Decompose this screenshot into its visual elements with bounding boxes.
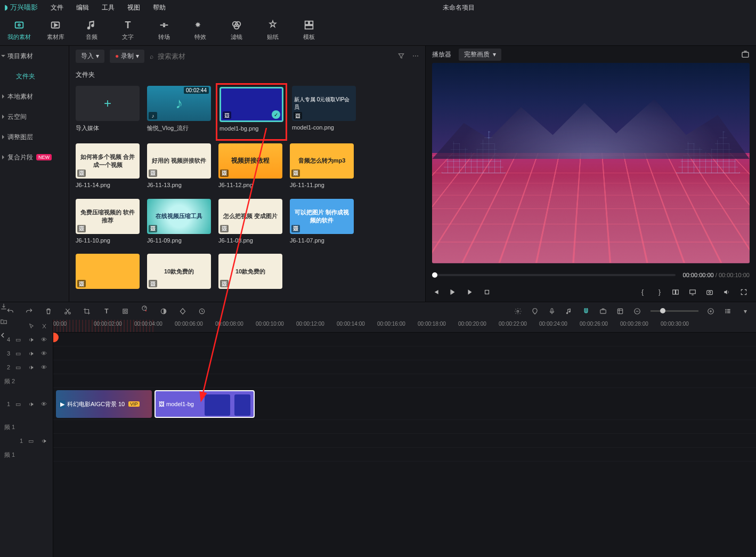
sidebar-item-cloud[interactable]: 云空间 [0,107,69,127]
view-mode-icon[interactable] [724,308,733,315]
volume-icon[interactable] [723,288,733,296]
timeline-clip-image[interactable]: 🖼model1-bg [155,390,255,418]
media-card[interactable]: 10款免费的🖼 [218,254,282,297]
crop-icon[interactable] [83,308,92,315]
tab-effects[interactable]: 特效 [188,19,213,41]
menu-file[interactable]: 文件 [51,3,63,12]
mute-icon[interactable]: 🕩 [28,401,36,407]
audio-mixer-icon[interactable] [565,308,574,315]
text-tool-icon[interactable]: T [102,308,111,315]
media-card[interactable]: 如何将多个视频 合并成一个视频🖼J6-11-14.png [76,143,140,193]
tab-transition[interactable]: 转场 [151,19,177,41]
color-icon[interactable] [160,308,168,315]
tab-templates[interactable]: 模板 [296,19,322,41]
speed-icon[interactable]: • [141,304,149,319]
marker-tool-icon[interactable] [198,308,207,315]
sidebar-item-folder[interactable]: 文件夹 [0,66,69,86]
visibility-icon[interactable]: 👁 [41,364,48,370]
media-card[interactable]: 好用的 视频拼接软件🖼J6-11-13.png [147,143,211,193]
timeline-body[interactable]: 00:0000:00:02:0000:00:04:0000:00:06:0000… [53,320,756,557]
media-card[interactable]: 🖼✓model1-bg.png [218,86,284,138]
marker-icon[interactable] [531,308,540,315]
mute-icon[interactable]: 🕩 [28,350,36,357]
brace-close-icon[interactable]: } [655,288,664,296]
tab-audio[interactable]: 音频 [79,19,104,41]
ruler-tick: 00:00:04:00 [134,321,162,327]
magnet-icon[interactable] [582,308,591,315]
media-card[interactable]: 🖼 [76,254,140,297]
media-card[interactable]: 可以把图片 制作成视频的软件🖼J6-11-07.png [290,199,354,249]
tab-my-media[interactable]: 我的素材 [6,19,32,41]
sidebar-item-adjustment[interactable]: 调整图层 [0,127,69,147]
render-icon[interactable] [616,308,625,315]
svg-rect-26 [551,308,553,311]
play-button[interactable] [449,288,459,296]
zoom-in-icon[interactable] [707,308,716,315]
import-dropdown[interactable]: 导入 ▾ [76,50,104,63]
timeline-clip-video[interactable]: ▶科幻电影AIGC背景 10VIP [56,390,152,418]
lock-icon[interactable]: ▭ [15,364,23,371]
media-card[interactable]: 怎么把视频 变成图片🖼J6-11-08.png [218,199,282,249]
link-icon[interactable] [599,308,608,315]
settings-icon[interactable]: ▾ [741,308,750,315]
svg-rect-28 [617,309,622,313]
preview-canvas[interactable] [432,63,750,263]
play-forward-button[interactable] [466,288,476,296]
filter-icon[interactable] [397,52,405,60]
brace-open-icon[interactable]: { [638,288,647,296]
media-card[interactable]: 音频怎么转为mp3🖼J6-11-11.png [290,143,354,193]
app-logo: ◗ 万兴喵影 [4,3,38,12]
sidebar-item-local[interactable]: 本地素材 [0,86,69,107]
timeline-ruler[interactable]: 00:0000:00:02:0000:00:04:0000:00:06:0000… [53,320,756,333]
media-card[interactable]: 00:02:44♪愉悦_Vlog_流行 [147,86,211,138]
prev-frame-button[interactable] [432,288,442,296]
snapshot-icon[interactable] [706,288,716,296]
lock-icon[interactable]: ▭ [15,350,23,357]
tab-filters[interactable]: 滤镜 [224,19,249,41]
menu-edit[interactable]: 编辑 [76,3,89,12]
fullscreen-icon[interactable] [740,288,750,296]
media-card[interactable]: +导入媒体 [76,86,140,138]
media-card[interactable]: 免费压缩视频的 软件推荐🖼J6-11-10.png [76,199,140,249]
progress-bar[interactable] [432,274,676,276]
timeline: 4▭🕩👁 3▭🕩👁 2▭🕩👁 频 2 1▭🕩👁 频 1 1▭🕩 频 1 00:0… [0,320,756,557]
sidebar-item-project-media[interactable]: 项目素材 [0,46,69,66]
image-type-icon: 🖼 [294,112,302,119]
zoom-slider[interactable] [651,310,698,312]
compare-icon[interactable] [672,288,681,296]
tab-text[interactable]: T文字 [115,19,141,41]
voiceover-icon[interactable] [548,308,557,315]
svg-rect-8 [310,21,313,25]
search-field[interactable]: ⌕ [150,52,392,60]
media-card[interactable]: 10款免费的🖼 [147,254,211,297]
media-card[interactable]: 在线视频压缩工具🖼J6-11-09.png [147,199,211,249]
search-input[interactable] [158,52,264,60]
stop-button[interactable] [483,288,493,296]
sidebar-item-compound[interactable]: 复合片段NEW [0,147,69,167]
display-icon[interactable] [689,288,698,296]
mute-icon[interactable]: 🕩 [41,438,48,444]
quality-dropdown[interactable]: 完整画质 ▾ [459,49,501,61]
media-card[interactable]: 新人专属 0元领取VIP会员🖼model1-con.png [292,86,356,138]
tab-stock[interactable]: 素材库 [43,19,68,41]
more-icon[interactable]: ⋯ [412,52,419,60]
record-dropdown[interactable]: ● 录制 ▾ [110,50,144,63]
lock-icon[interactable]: ▭ [15,401,23,408]
menu-view[interactable]: 视图 [127,3,140,12]
playhead[interactable] [53,320,54,557]
svg-rect-36 [727,312,730,313]
menu-tools[interactable]: 工具 [102,3,115,12]
keyframe-icon[interactable] [179,308,188,315]
tab-stickers[interactable]: 贴纸 [260,19,286,41]
freeze-icon[interactable] [121,308,130,315]
visibility-icon[interactable]: 👁 [41,350,48,357]
ruler-tick: 00:00:30:00 [661,321,689,327]
media-card[interactable]: 视频拼接教程🖼J6-11-12.png [218,143,282,193]
zoom-out-icon[interactable] [633,308,642,315]
auto-icon[interactable] [514,308,523,315]
visibility-icon[interactable]: 👁 [41,401,48,407]
mute-icon[interactable]: 🕩 [28,364,36,370]
menu-help[interactable]: 帮助 [153,3,166,12]
snapshot-export-icon[interactable] [741,50,750,59]
lock-icon[interactable]: ▭ [28,438,36,445]
